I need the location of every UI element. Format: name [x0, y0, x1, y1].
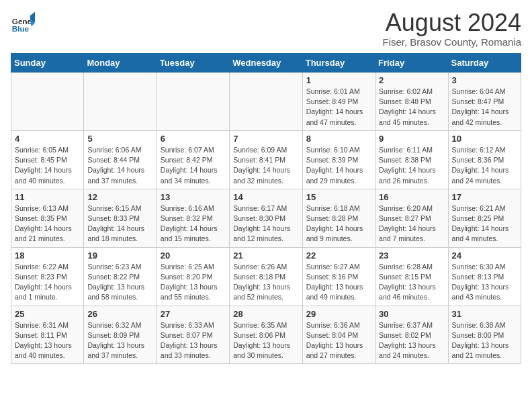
day-info: Sunrise: 6:17 AMSunset: 8:30 PMDaylight:…: [233, 203, 298, 244]
calendar-cell: 18Sunrise: 6:22 AMSunset: 8:23 PMDayligh…: [11, 247, 84, 306]
calendar-cell: 7Sunrise: 6:09 AMSunset: 8:41 PMDaylight…: [230, 130, 302, 189]
day-info: Sunrise: 6:38 AMSunset: 8:00 PMDaylight:…: [452, 320, 517, 361]
calendar-cell: 5Sunrise: 6:06 AMSunset: 8:44 PMDaylight…: [84, 130, 157, 189]
day-number: 9: [379, 134, 444, 144]
day-header-sunday: Sunday: [11, 54, 84, 73]
day-header-monday: Monday: [84, 54, 157, 73]
day-number: 29: [306, 309, 371, 319]
day-info: Sunrise: 6:21 AMSunset: 8:25 PMDaylight:…: [452, 203, 517, 244]
day-header-wednesday: Wednesday: [230, 54, 302, 73]
calendar-cell: 23Sunrise: 6:28 AMSunset: 8:15 PMDayligh…: [375, 247, 448, 306]
day-info: Sunrise: 6:27 AMSunset: 8:16 PMDaylight:…: [306, 262, 371, 303]
day-info: Sunrise: 6:01 AMSunset: 8:49 PMDaylight:…: [306, 87, 371, 128]
calendar-cell: 26Sunrise: 6:32 AMSunset: 8:09 PMDayligh…: [84, 306, 157, 364]
calendar-cell: 19Sunrise: 6:23 AMSunset: 8:22 PMDayligh…: [84, 247, 157, 306]
day-header-saturday: Saturday: [448, 54, 521, 73]
day-number: 18: [15, 250, 80, 261]
day-info: Sunrise: 6:37 AMSunset: 8:02 PMDaylight:…: [379, 320, 444, 361]
day-info: Sunrise: 6:28 AMSunset: 8:15 PMDaylight:…: [379, 262, 444, 303]
calendar-cell: 14Sunrise: 6:17 AMSunset: 8:30 PMDayligh…: [230, 189, 302, 247]
title-block: August 2024 Fiser, Brasov County, Romani…: [383, 11, 521, 48]
calendar-cell: 8Sunrise: 6:10 AMSunset: 8:39 PMDaylight…: [302, 130, 375, 189]
day-info: Sunrise: 6:13 AMSunset: 8:35 PMDaylight:…: [15, 203, 80, 244]
day-info: Sunrise: 6:33 AMSunset: 8:07 PMDaylight:…: [161, 320, 226, 361]
calendar-cell: 16Sunrise: 6:20 AMSunset: 8:27 PMDayligh…: [375, 189, 448, 247]
day-number: 27: [161, 309, 226, 319]
day-info: Sunrise: 6:32 AMSunset: 8:09 PMDaylight:…: [87, 320, 152, 361]
day-number: 5: [87, 134, 152, 144]
day-info: Sunrise: 6:35 AMSunset: 8:06 PMDaylight:…: [233, 320, 298, 361]
day-info: Sunrise: 6:12 AMSunset: 8:36 PMDaylight:…: [452, 145, 517, 186]
day-info: Sunrise: 6:07 AMSunset: 8:42 PMDaylight:…: [161, 145, 226, 186]
day-number: 30: [379, 309, 444, 319]
calendar-cell: 17Sunrise: 6:21 AMSunset: 8:25 PMDayligh…: [448, 189, 521, 247]
calendar-cell: [230, 73, 302, 131]
calendar-cell: 1Sunrise: 6:01 AMSunset: 8:49 PMDaylight…: [302, 73, 375, 131]
calendar-cell: [11, 73, 84, 131]
day-info: Sunrise: 6:05 AMSunset: 8:45 PMDaylight:…: [15, 145, 80, 186]
day-number: 15: [306, 192, 371, 202]
calendar-week-3: 11Sunrise: 6:13 AMSunset: 8:35 PMDayligh…: [11, 189, 521, 247]
calendar-cell: 9Sunrise: 6:11 AMSunset: 8:38 PMDaylight…: [375, 130, 448, 189]
calendar-cell: 20Sunrise: 6:25 AMSunset: 8:20 PMDayligh…: [157, 247, 229, 306]
day-number: 3: [452, 75, 517, 85]
day-info: Sunrise: 6:18 AMSunset: 8:28 PMDaylight:…: [306, 203, 371, 244]
calendar-week-2: 4Sunrise: 6:05 AMSunset: 8:45 PMDaylight…: [11, 130, 521, 189]
calendar-cell: 28Sunrise: 6:35 AMSunset: 8:06 PMDayligh…: [230, 306, 302, 364]
logo-icon: General Blue: [11, 11, 35, 35]
day-info: Sunrise: 6:04 AMSunset: 8:47 PMDaylight:…: [452, 87, 517, 128]
day-info: Sunrise: 6:10 AMSunset: 8:39 PMDaylight:…: [306, 145, 371, 186]
day-number: 12: [87, 192, 152, 202]
calendar-cell: 24Sunrise: 6:30 AMSunset: 8:13 PMDayligh…: [448, 247, 521, 306]
day-info: Sunrise: 6:16 AMSunset: 8:32 PMDaylight:…: [161, 203, 226, 244]
calendar-cell: 13Sunrise: 6:16 AMSunset: 8:32 PMDayligh…: [157, 189, 229, 247]
calendar-week-5: 25Sunrise: 6:31 AMSunset: 8:11 PMDayligh…: [11, 306, 521, 364]
day-number: 24: [452, 250, 517, 261]
calendar-cell: 31Sunrise: 6:38 AMSunset: 8:00 PMDayligh…: [448, 306, 521, 364]
day-number: 2: [379, 75, 444, 85]
calendar-cell: 10Sunrise: 6:12 AMSunset: 8:36 PMDayligh…: [448, 130, 521, 189]
day-info: Sunrise: 6:36 AMSunset: 8:04 PMDaylight:…: [306, 320, 371, 361]
day-number: 7: [233, 134, 298, 144]
calendar-cell: 29Sunrise: 6:36 AMSunset: 8:04 PMDayligh…: [302, 306, 375, 364]
calendar-cell: 30Sunrise: 6:37 AMSunset: 8:02 PMDayligh…: [375, 306, 448, 364]
day-number: 26: [87, 309, 152, 319]
day-info: Sunrise: 6:06 AMSunset: 8:44 PMDaylight:…: [87, 145, 152, 186]
calendar-header-row: SundayMondayTuesdayWednesdayThursdayFrid…: [11, 54, 521, 73]
day-info: Sunrise: 6:09 AMSunset: 8:41 PMDaylight:…: [233, 145, 298, 186]
day-info: Sunrise: 6:26 AMSunset: 8:18 PMDaylight:…: [233, 262, 298, 303]
day-number: 23: [379, 250, 444, 261]
day-number: 31: [452, 309, 517, 319]
day-number: 28: [233, 309, 298, 319]
day-number: 13: [161, 192, 226, 202]
calendar-cell: 3Sunrise: 6:04 AMSunset: 8:47 PMDaylight…: [448, 73, 521, 131]
calendar-cell: 25Sunrise: 6:31 AMSunset: 8:11 PMDayligh…: [11, 306, 84, 364]
day-number: 6: [161, 134, 226, 144]
day-number: 25: [15, 309, 80, 319]
day-info: Sunrise: 6:11 AMSunset: 8:38 PMDaylight:…: [379, 145, 444, 186]
calendar-cell: 11Sunrise: 6:13 AMSunset: 8:35 PMDayligh…: [11, 189, 84, 247]
calendar-table: SundayMondayTuesdayWednesdayThursdayFrid…: [11, 53, 521, 364]
day-info: Sunrise: 6:02 AMSunset: 8:48 PMDaylight:…: [379, 87, 444, 128]
day-info: Sunrise: 6:22 AMSunset: 8:23 PMDaylight:…: [15, 262, 80, 303]
day-info: Sunrise: 6:25 AMSunset: 8:20 PMDaylight:…: [161, 262, 226, 303]
calendar-cell: 22Sunrise: 6:27 AMSunset: 8:16 PMDayligh…: [302, 247, 375, 306]
day-number: 8: [306, 134, 371, 144]
day-number: 19: [87, 250, 152, 261]
month-year: August 2024: [383, 11, 521, 35]
day-number: 16: [379, 192, 444, 202]
calendar-week-1: 1Sunrise: 6:01 AMSunset: 8:49 PMDaylight…: [11, 73, 521, 131]
day-number: 1: [306, 75, 371, 85]
logo: General Blue: [11, 11, 35, 35]
day-header-thursday: Thursday: [302, 54, 375, 73]
day-number: 10: [452, 134, 517, 144]
day-info: Sunrise: 6:15 AMSunset: 8:33 PMDaylight:…: [87, 203, 152, 244]
day-header-friday: Friday: [375, 54, 448, 73]
calendar-cell: 15Sunrise: 6:18 AMSunset: 8:28 PMDayligh…: [302, 189, 375, 247]
day-info: Sunrise: 6:20 AMSunset: 8:27 PMDaylight:…: [379, 203, 444, 244]
location: Fiser, Brasov County, Romania: [383, 36, 521, 48]
day-info: Sunrise: 6:23 AMSunset: 8:22 PMDaylight:…: [87, 262, 152, 303]
day-number: 11: [15, 192, 80, 202]
svg-text:Blue: Blue: [12, 24, 30, 33]
calendar-week-4: 18Sunrise: 6:22 AMSunset: 8:23 PMDayligh…: [11, 247, 521, 306]
